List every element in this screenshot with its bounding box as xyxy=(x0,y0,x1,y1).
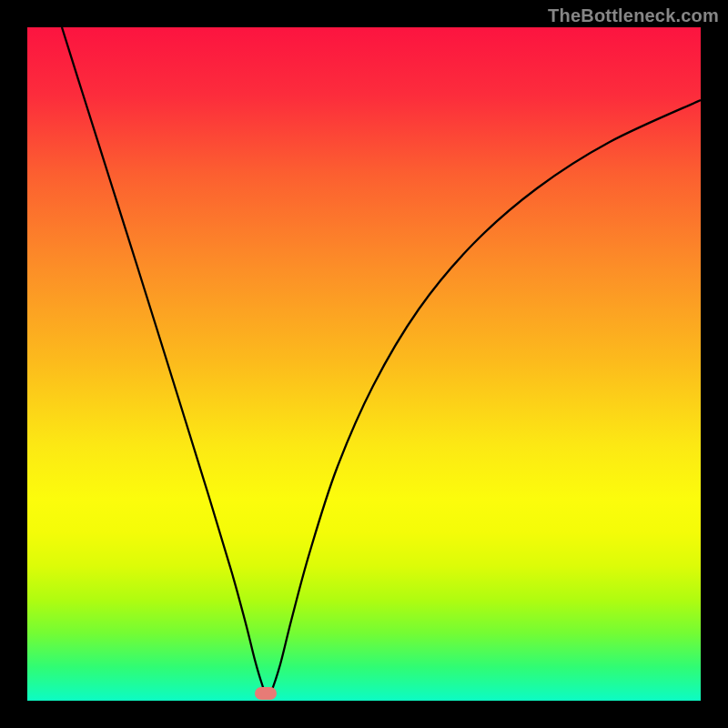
chart-plot-area xyxy=(27,27,701,701)
chart-stage: TheBottleneck.com xyxy=(0,0,728,728)
chart-curve xyxy=(27,27,701,701)
curve-path xyxy=(62,27,701,696)
watermark-text: TheBottleneck.com xyxy=(548,5,719,26)
chart-minimum-marker xyxy=(255,687,277,700)
